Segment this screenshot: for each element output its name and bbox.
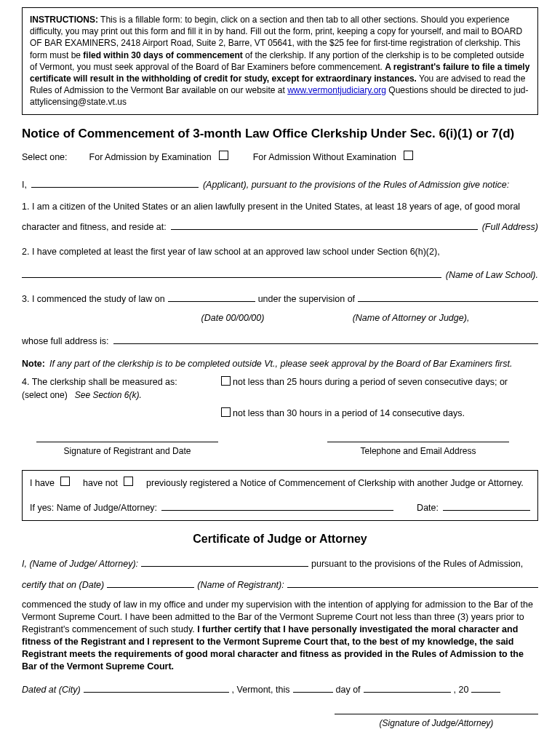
- prev-c: previously registered a Notice of Commen…: [146, 477, 524, 490]
- note-text: If any part of the clerkship is to be co…: [49, 358, 512, 371]
- sig-right-label: Telephone and Email Address: [361, 446, 476, 456]
- page-title: Notice of Commencement of 3-month Law Of…: [22, 125, 538, 143]
- instructions-box: INSTRUCTIONS: This is a fillable form: t…: [22, 7, 538, 115]
- item-3: 3. I commenced the study of law on under…: [22, 291, 538, 350]
- opt2-label: For Admission Without Examination: [253, 151, 396, 164]
- opt1-label: For Admission by Examination: [89, 151, 212, 164]
- item3-b: under the supervision of: [258, 291, 355, 308]
- dated-c: day of: [336, 682, 361, 698]
- item4-sub: (select one) (select one) See Section 6(…: [22, 390, 142, 400]
- previous-registration-box: I have have not previously registered a …: [22, 470, 538, 521]
- prev-date-field[interactable]: [443, 501, 530, 511]
- item4-opt1-checkbox[interactable]: [221, 376, 231, 386]
- prev-judge-name-field[interactable]: [161, 501, 393, 511]
- cert-line-2: certify that on (Date) (Name of Registra…: [22, 578, 538, 593]
- item4-label: 4. The clerkship shall be measured as:: [22, 377, 177, 387]
- item4-opt2-checkbox[interactable]: [221, 407, 231, 417]
- cert-2b: (Name of Registrant):: [197, 578, 284, 593]
- opt2-checkbox[interactable]: [404, 151, 413, 160]
- applicant-row: I, (Applicant), pursuant to the provisio…: [22, 178, 538, 192]
- judge-name-field[interactable]: [141, 557, 308, 567]
- judge-sig-label: (Signature of Judge/Attorney): [380, 718, 494, 728]
- certificate-title: Certificate of Judge or Attorney: [22, 531, 538, 547]
- cert-date-field[interactable]: [107, 578, 194, 588]
- if-yes-label: If yes: Name of Judge/Attorney:: [30, 502, 157, 515]
- judge-signature-field[interactable]: [335, 713, 538, 714]
- date-hint: (Date 00/00/00): [182, 310, 284, 327]
- dated-month-field[interactable]: [364, 682, 451, 693]
- item-4: 4. The clerkship shall be measured as: (…: [22, 376, 538, 421]
- sig-left-label: Signature of Registrant and Date: [64, 446, 191, 456]
- note-row: Note: If any part of the clerkship is to…: [22, 358, 538, 371]
- item4-opt2-label: not less than 30 hours in a period of 14…: [233, 407, 538, 421]
- judge-signature-row: (Signature of Judge/Attorney): [22, 713, 538, 730]
- item3-a: 3. I commenced the study of law on: [22, 291, 165, 308]
- item2-hint: (Name of Law School).: [446, 267, 538, 284]
- item2-text: 2. I have completed at least the first y…: [22, 247, 440, 257]
- dated-day-field[interactable]: [293, 682, 333, 693]
- prev-b: have not: [83, 477, 118, 490]
- cert-registrant-name-field[interactable]: [287, 578, 538, 588]
- law-school-field[interactable]: [22, 268, 441, 278]
- item4-opt1-label: not less than 25 hours during a period o…: [233, 376, 538, 389]
- registrant-signature-field[interactable]: [36, 441, 218, 442]
- instructions-bold-1: filed within 30 days of commencement: [83, 50, 242, 60]
- address-field[interactable]: [171, 220, 478, 230]
- phone-email-field[interactable]: [327, 441, 509, 442]
- dated-b: , Vermont, this: [232, 682, 290, 698]
- dated-d: , 20: [454, 682, 469, 698]
- opt1-checkbox[interactable]: [219, 151, 228, 160]
- note-label: Note:: [22, 358, 45, 371]
- item1-cont: character and fitness, and reside at:: [22, 219, 167, 236]
- dated-year-field[interactable]: [471, 682, 500, 693]
- commence-date-field[interactable]: [168, 292, 255, 302]
- dated-a: Dated at (City): [22, 682, 81, 698]
- supervisor-address-field[interactable]: [113, 334, 538, 344]
- whose-label: whose full address is:: [22, 333, 109, 351]
- select-label: Select one:: [22, 151, 68, 164]
- prev-a: I have: [30, 477, 55, 490]
- applicant-name-field[interactable]: [31, 178, 199, 188]
- supervisor-hint: (Name of Attorney or Judge),: [284, 310, 538, 327]
- have-not-checkbox[interactable]: [124, 477, 133, 486]
- cert-2a: certify that on (Date): [22, 578, 104, 593]
- supervisor-name-field[interactable]: [358, 292, 538, 302]
- dated-city-field[interactable]: [84, 682, 229, 693]
- instructions-label: INSTRUCTIONS:: [30, 15, 98, 25]
- item1-text: 1. I am a citizen of the United States o…: [22, 202, 520, 212]
- instructions-link[interactable]: www.vermontjudiciary.org: [287, 85, 386, 95]
- item1-hint: (Full Address): [482, 219, 538, 236]
- cert-body: commenced the study of law in my office …: [22, 599, 538, 672]
- item-1: 1. I am a citizen of the United States o…: [22, 199, 538, 236]
- item-2: 2. I have completed at least the first y…: [22, 244, 538, 284]
- have-checkbox[interactable]: [60, 477, 70, 486]
- cert-line-1: I, (Name of Judge/ Attorney): pursuant t…: [22, 557, 538, 572]
- dated-row: Dated at (City) , Vermont, this day of ,…: [22, 682, 538, 698]
- signature-row: Signature of Registrant and Date Telepho…: [22, 441, 538, 458]
- cert-ia: I, (Name of Judge/ Attorney):: [22, 557, 138, 572]
- applicant-suffix: (Applicant), pursuant to the provisions …: [203, 179, 509, 192]
- i-label: I,: [22, 179, 27, 192]
- select-one-row: Select one: For Admission by Examination…: [22, 151, 538, 164]
- cert-ib: pursuant to the provisions of the Rules …: [311, 557, 523, 572]
- prev-date-label: Date:: [417, 502, 439, 515]
